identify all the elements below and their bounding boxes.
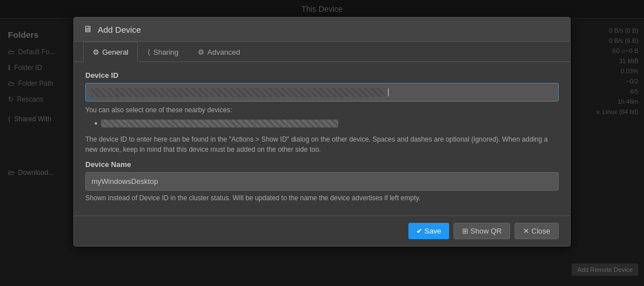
modal-title: Add Device (98, 25, 141, 34)
tab-advanced[interactable]: ⚙ Advanced (188, 42, 250, 62)
close-button[interactable]: ✕ Close (515, 223, 559, 239)
modal-tabs: ⚙ General ⟨ Sharing ⚙ Advanced (74, 42, 570, 62)
bullet: • (94, 118, 98, 129)
tab-sharing[interactable]: ⟨ Sharing (138, 42, 188, 62)
add-device-modal: 🖥 Add Device ⚙ General ⟨ Sharing ⚙ Advan… (73, 17, 571, 247)
advanced-gear-icon: ⚙ (198, 48, 204, 56)
device-name-input[interactable] (85, 172, 559, 191)
cursor (388, 89, 389, 96)
show-qr-button[interactable]: ⊞ Show QR (454, 223, 510, 239)
tab-general[interactable]: ⚙ General (83, 42, 138, 62)
modal-body: Device ID You can also select one of the… (74, 62, 570, 215)
device-name-label: Device Name (85, 160, 559, 169)
monitor-icon: 🖥 (83, 24, 92, 34)
nearby-device-item[interactable]: • (94, 118, 559, 129)
nearby-text: You can also select one of these nearby … (85, 106, 559, 114)
info-text: The device ID to enter here can be found… (85, 134, 559, 155)
device-name-help: Shown instead of Device ID in the cluste… (85, 194, 559, 202)
save-button[interactable]: ✔ Save (408, 223, 449, 239)
modal-footer: ✔ Save ⊞ Show QR ✕ Close (74, 215, 570, 246)
modal-header: 🖥 Add Device (74, 17, 570, 42)
nearby-device-bar (101, 120, 338, 127)
device-id-label: Device ID (85, 71, 559, 80)
nearby-devices-list: • (94, 118, 559, 129)
gear-icon: ⚙ (93, 48, 99, 56)
sharing-icon: ⟨ (147, 48, 150, 56)
